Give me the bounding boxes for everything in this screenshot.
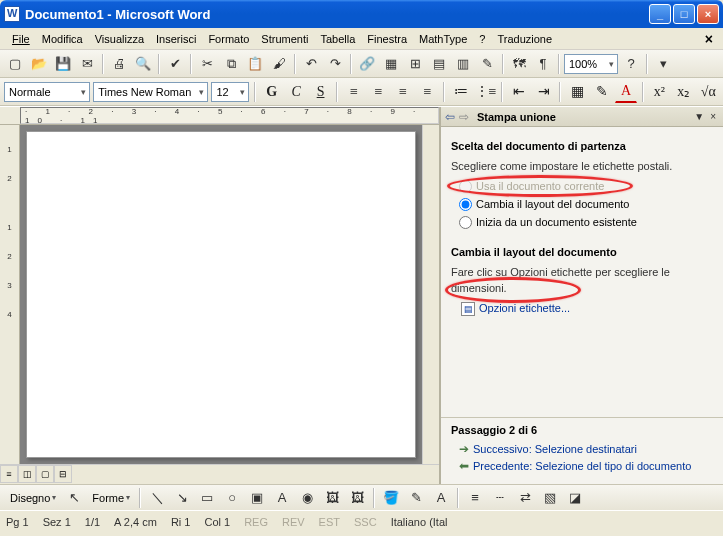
status-trk[interactable]: REV [282,516,305,528]
save-icon[interactable]: 💾 [52,53,74,75]
subscript-icon[interactable]: x₂ [673,81,694,103]
show-hide-icon[interactable]: ¶ [532,53,554,75]
fill-color-icon[interactable]: 🪣 [380,487,402,509]
status-ovr[interactable]: SSC [354,516,377,528]
mdi-close-button[interactable]: × [701,31,717,47]
cut-icon[interactable]: ✂ [196,53,218,75]
align-left-icon[interactable]: ≡ [343,81,364,103]
horizontal-scrollbar[interactable] [72,464,439,484]
drawing-icon[interactable]: ✎ [476,53,498,75]
highlight-icon[interactable]: ✎ [591,81,612,103]
vertical-scrollbar[interactable] [422,125,439,464]
excel-icon[interactable]: ▤ [428,53,450,75]
bullets-icon[interactable]: ⋮≡ [474,81,496,103]
shadow-icon[interactable]: ▧ [539,487,561,509]
italic-button[interactable]: C [285,81,306,103]
document-page[interactable] [26,131,416,458]
menu-view[interactable]: Visualizza [89,31,150,47]
menu-tools[interactable]: Strumenti [255,31,314,47]
3d-icon[interactable]: ◪ [564,487,586,509]
equation-icon[interactable]: √α [698,81,719,103]
status-rec[interactable]: REG [244,516,268,528]
menu-insert[interactable]: Inserisci [150,31,202,47]
arrow-style-icon[interactable]: ⇄ [514,487,536,509]
menu-window[interactable]: Finestra [361,31,413,47]
insert-table-icon[interactable]: ⊞ [404,53,426,75]
taskpane-forward-icon[interactable]: ⇨ [459,110,469,124]
horizontal-ruler[interactable]: · 1 · 2 · 3 · 4 · 5 · 6 · 7 · 8 · 9 · 10… [0,107,439,125]
maximize-button[interactable]: □ [673,4,695,24]
line-color-icon[interactable]: ✎ [405,487,427,509]
radio-from-existing[interactable]: Inizia da un documento esistente [459,215,713,231]
oval-icon[interactable]: ○ [221,487,243,509]
radio-change-layout[interactable]: Cambia il layout del documento [459,197,713,213]
close-button[interactable]: × [697,4,719,24]
diagram-icon[interactable]: ◉ [296,487,318,509]
bold-button[interactable]: G [261,81,282,103]
align-right-icon[interactable]: ≡ [392,81,413,103]
mail-icon[interactable]: ✉ [76,53,98,75]
rectangle-icon[interactable]: ▭ [196,487,218,509]
normal-view-icon[interactable]: ≡ [0,465,18,483]
undo-icon[interactable]: ↶ [300,53,322,75]
autoshapes-menu[interactable]: Forme [88,492,134,504]
picture-icon[interactable]: 🖼 [346,487,368,509]
document-map-icon[interactable]: 🗺 [508,53,530,75]
status-ext[interactable]: EST [319,516,340,528]
minimize-button[interactable]: _ [649,4,671,24]
menu-edit[interactable]: Modifica [36,31,89,47]
justify-icon[interactable]: ≡ [417,81,438,103]
copy-icon[interactable]: ⧉ [220,53,242,75]
textbox-icon[interactable]: ▣ [246,487,268,509]
superscript-icon[interactable]: x² [649,81,670,103]
numbering-icon[interactable]: ≔ [450,81,471,103]
menu-translate[interactable]: Traduzione [491,31,558,47]
taskpane-close-icon[interactable]: × [710,111,716,122]
radio-change-layout-input[interactable] [459,198,472,211]
underline-button[interactable]: S [310,81,331,103]
vertical-ruler[interactable]: 12 1234 [0,125,20,464]
outline-view-icon[interactable]: ⊟ [54,465,72,483]
taskpane-back-icon[interactable]: ⇦ [445,110,455,124]
zoom-combo[interactable]: 100% [564,54,618,74]
label-options-link[interactable]: ▤ Opzioni etichette... [461,301,570,317]
menu-help[interactable]: ? [473,31,491,47]
clipart-icon[interactable]: 🖼 [321,487,343,509]
radio-from-existing-input[interactable] [459,216,472,229]
align-center-icon[interactable]: ≡ [368,81,389,103]
dash-style-icon[interactable]: ┄ [489,487,511,509]
spellcheck-icon[interactable]: ✔ [164,53,186,75]
arrow-icon[interactable]: ↘ [171,487,193,509]
font-color-icon[interactable]: A [615,81,636,103]
menu-table[interactable]: Tabella [314,31,361,47]
font-color-draw-icon[interactable]: A [430,487,452,509]
prev-step-link[interactable]: ⬅ Precedente: Selezione del tipo di docu… [459,459,713,473]
font-combo[interactable]: Times New Roman [93,82,208,102]
select-objects-icon[interactable]: ↖ [63,487,85,509]
tables-borders-icon[interactable]: ▦ [380,53,402,75]
print-preview-icon[interactable]: 🔍 [132,53,154,75]
open-icon[interactable]: 📂 [28,53,50,75]
menu-mathtype[interactable]: MathType [413,31,473,47]
web-view-icon[interactable]: ◫ [18,465,36,483]
format-painter-icon[interactable]: 🖌 [268,53,290,75]
wordart-icon[interactable]: A [271,487,293,509]
increase-indent-icon[interactable]: ⇥ [533,81,554,103]
toolbar-overflow-icon[interactable]: ▾ [652,53,674,75]
status-language[interactable]: Italiano (Ital [391,516,448,528]
style-combo[interactable]: Normale [4,82,90,102]
redo-icon[interactable]: ↷ [324,53,346,75]
columns-icon[interactable]: ▥ [452,53,474,75]
menu-file[interactable]: File [6,31,36,47]
new-doc-icon[interactable]: ▢ [4,53,26,75]
line-style-icon[interactable]: ≡ [464,487,486,509]
borders-icon[interactable]: ▦ [566,81,587,103]
paste-icon[interactable]: 📋 [244,53,266,75]
help-icon[interactable]: ? [620,53,642,75]
menu-format[interactable]: Formato [202,31,255,47]
next-step-link[interactable]: ➔ Successivo: Selezione destinatari [459,442,713,456]
hyperlink-icon[interactable]: 🔗 [356,53,378,75]
taskpane-menu-icon[interactable]: ▼ [694,111,704,122]
line-icon[interactable]: ＼ [146,487,168,509]
draw-menu[interactable]: Disegno [6,492,60,504]
